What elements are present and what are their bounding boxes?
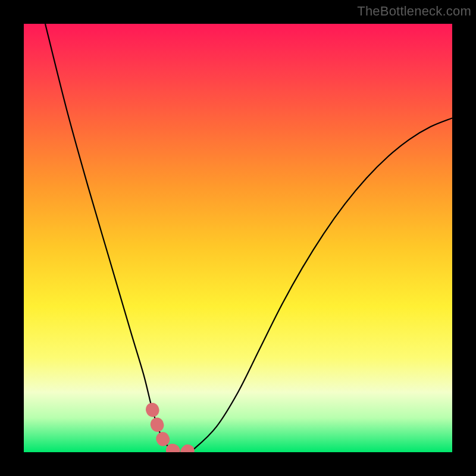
curve-svg bbox=[24, 24, 452, 452]
watermark-text: TheBottleneck.com bbox=[357, 4, 471, 19]
plot-area bbox=[24, 24, 452, 452]
chart-stage: TheBottleneck.com bbox=[0, 0, 476, 476]
bottleneck-curve bbox=[45, 24, 452, 452]
bottleneck-highlight bbox=[152, 409, 195, 452]
